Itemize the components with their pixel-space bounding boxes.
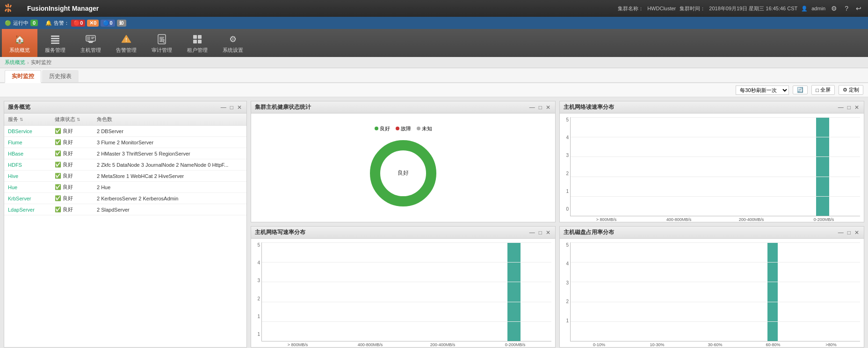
tenant-icon — [191, 33, 204, 46]
xw4: 0-200MB/s — [479, 341, 551, 347]
network-write-title: 主机网络写速率分布 — [255, 228, 305, 236]
svg-rect-14 — [89, 42, 93, 43]
top-right-info: 集群名称： HWDCluster 集群时间： 2018年09月19日 星期三 1… — [618, 4, 863, 13]
svg-rect-12 — [91, 37, 94, 38]
col-header-service[interactable]: 服务 ⇅ — [4, 114, 51, 126]
nav-tenant-management[interactable]: 租户管理 — [180, 29, 215, 57]
nav-service-management[interactable]: 服务管理 — [37, 29, 73, 57]
service-link-hdfs[interactable]: HDFS — [8, 162, 22, 168]
running-text: 运行中 — [13, 20, 29, 27]
status-cell: ✅ 良好 — [51, 170, 93, 182]
nav-audit-management[interactable]: 审计管理 — [144, 29, 180, 57]
svg-rect-8 — [51, 40, 59, 42]
minimize-disk-btn[interactable]: — — [837, 230, 845, 235]
xd3: 30-60% — [686, 341, 744, 347]
status-cell: ✅ 良好 — [51, 159, 93, 170]
roles-cell: 2 KerberosServer 2 KerberosAdmin — [93, 193, 246, 204]
nav-host-management[interactable]: 主机管理 — [73, 29, 108, 57]
y0: 0 — [564, 206, 569, 212]
tab-history[interactable]: 历史报表 — [42, 70, 79, 82]
service-link-krbserver[interactable]: KrbServer — [8, 196, 31, 201]
maximize-netread-btn[interactable]: □ — [846, 105, 852, 110]
running-label: 🟢 — [5, 20, 11, 26]
app-title: FusionInsight Manager — [27, 5, 618, 12]
close-netread-btn[interactable]: ✕ — [854, 105, 860, 110]
close-service-btn[interactable]: ✕ — [236, 105, 243, 110]
alarm-nav-icon: ! — [120, 33, 133, 46]
cluster-name: HWDCluster — [647, 6, 676, 11]
status-bar: 🟢 运行中 0 🔔 告警： 🔴 0 ✕ 0 🔵 0 ℹ 0 — [0, 17, 868, 29]
service-link-flume[interactable]: Flume — [8, 140, 22, 145]
roles-cell: 2 Hue — [93, 182, 246, 193]
xd4: 60-80% — [744, 341, 802, 347]
help-button[interactable]: ? — [843, 4, 850, 13]
table-row: Hue ✅ 良好 2 Hue — [4, 182, 246, 193]
customize-icon: ⚙ — [843, 87, 847, 93]
svg-rect-19 — [159, 37, 164, 38]
service-overview-title: 服务概览 — [8, 103, 30, 111]
yw1: 1 — [255, 314, 260, 319]
panel-controls-netread: — □ ✕ — [837, 105, 860, 110]
nav-system-overview[interactable]: 🏠 系统概览 — [2, 29, 37, 57]
maximize-netwrite-btn[interactable]: □ — [538, 230, 543, 235]
refresh-button[interactable]: 🔄 — [793, 85, 808, 94]
maximize-disk-btn[interactable]: □ — [846, 230, 852, 235]
maximize-service-btn[interactable]: □ — [229, 105, 234, 110]
user-menu-button[interactable]: ⚙ — [829, 4, 839, 13]
service-overview-panel: 服务概览 — □ ✕ 服务 ⇅ 健康状态 ⇅ 角色数 — [4, 101, 247, 348]
xr1: > 800MB/s — [570, 216, 643, 222]
service-link-hue[interactable]: Hue — [8, 185, 17, 190]
network-write-header: 主机网络写速率分布 — □ ✕ — [251, 227, 555, 239]
cluster-health-body: 良好 故障 未知 良好 — [251, 114, 555, 222]
svg-rect-7 — [51, 38, 59, 39]
col-header-status[interactable]: 健康状态 ⇅ — [51, 114, 93, 126]
service-table-scroll[interactable]: 服务 ⇅ 健康状态 ⇅ 角色数 DBService ✅ 良好 2 DBServe… — [4, 114, 246, 347]
breadcrumb-home[interactable]: 系统概览 — [5, 59, 25, 66]
dot-good — [375, 127, 378, 130]
xd2: 10-30% — [628, 341, 686, 347]
service-link-hbase[interactable]: HBase — [8, 151, 23, 156]
logout-button[interactable]: ↩ — [854, 4, 863, 13]
yw0: 1 — [255, 332, 260, 337]
service-link-ldapserver[interactable]: LdapServer — [8, 207, 35, 213]
legend-unknown-label: 未知 — [422, 125, 432, 132]
y2: 2 — [564, 171, 569, 176]
minimize-cluster-btn[interactable]: — — [528, 105, 536, 110]
table-row: HDFS ✅ 良好 2 Zkfc 5 DataNode 3 JournalNod… — [4, 159, 246, 170]
tabs-bar: 实时监控 历史报表 — [0, 68, 868, 83]
svg-rect-0 — [7, 4, 9, 7]
legend-unknown: 未知 — [417, 125, 432, 132]
svg-rect-26 — [193, 40, 197, 43]
cluster-name-label: 集群名称： — [618, 5, 644, 12]
home-icon: 🏠 — [13, 33, 26, 46]
roles-cell: 2 MetaStore 1 WebHCat 2 HiveServer — [93, 170, 246, 182]
nav-alarm-management[interactable]: ! 告警管理 — [108, 29, 144, 57]
toolbar: 每30秒刷新一次 每60秒刷新一次 每5分钟刷新一次 手动刷新 🔄 □ 全屏 ⚙… — [0, 83, 868, 97]
minimize-netread-btn[interactable]: — — [837, 105, 845, 110]
roles-cell: 2 Zkfc 5 DataNode 3 JournalNode 2 NameNo… — [93, 159, 246, 170]
minimize-service-btn[interactable]: — — [220, 105, 227, 110]
panel-controls-service: — □ ✕ — [220, 105, 243, 110]
nav-system-settings[interactable]: ⚙ 系统设置 — [215, 29, 251, 57]
svg-rect-15 — [88, 41, 94, 42]
maximize-cluster-btn[interactable]: □ — [538, 105, 543, 110]
refresh-interval-select[interactable]: 每30秒刷新一次 每60秒刷新一次 每5分钟刷新一次 手动刷新 — [736, 85, 789, 95]
network-write-body: 5 4 3 2 1 1 — [251, 239, 555, 347]
customize-button[interactable]: ⚙ 定制 — [839, 85, 863, 95]
status-cell: ✅ 良好 — [51, 182, 93, 193]
tab-realtime[interactable]: 实时监控 — [5, 70, 41, 83]
close-netwrite-btn[interactable]: ✕ — [545, 230, 551, 235]
network-read-body: 5 4 3 2 1 0 — [560, 114, 864, 222]
svg-rect-3 — [7, 8, 9, 12]
close-disk-btn[interactable]: ✕ — [854, 230, 860, 235]
minimize-netwrite-btn[interactable]: — — [528, 230, 536, 235]
fullscreen-button[interactable]: □ 全屏 — [811, 85, 835, 95]
yw4: 4 — [255, 260, 260, 265]
close-cluster-btn[interactable]: ✕ — [545, 105, 551, 110]
svg-rect-6 — [51, 36, 59, 37]
service-link-hive[interactable]: Hive — [8, 173, 18, 179]
service-link-dbservice[interactable]: DBService — [8, 128, 32, 134]
yw5: 5 — [255, 242, 260, 248]
alarm-info-badge: ℹ 0 — [117, 20, 126, 27]
table-row: Flume ✅ 良好 3 Flume 2 MonitorServer — [4, 137, 246, 148]
